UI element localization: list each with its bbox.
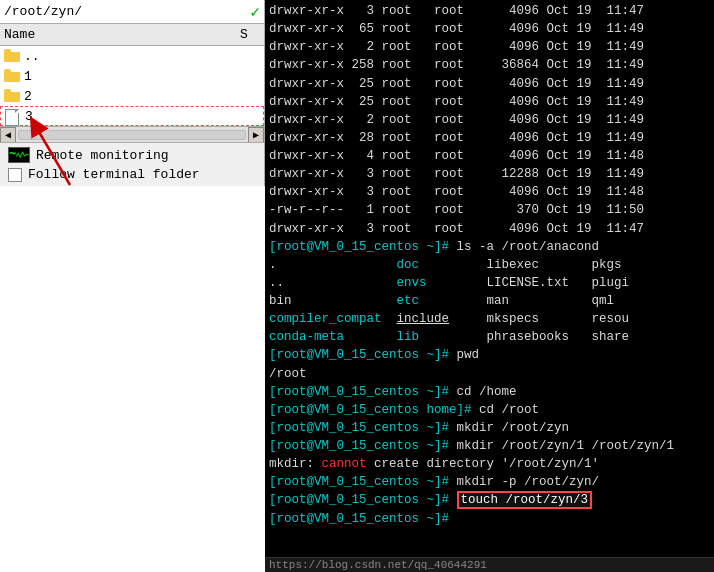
term-line-pwd-cmd: [root@VM_0_15_centos ~]# pwd [269,346,710,364]
file-name-dotdot: .. [24,49,260,64]
scroll-right-button[interactable]: ▶ [248,127,264,143]
term-line: drwxr-xr-x 65 root root 4096 Oct 19 11:4… [269,20,710,38]
term-line-mkdir-1: [root@VM_0_15_centos ~]# mkdir /root/zyn… [269,437,710,455]
follow-folder-label: Follow terminal folder [28,167,200,182]
term-line: drwxr-xr-x 3 root root 4096 Oct 19 11:48 [269,183,710,201]
term-line: bin etc man qml [269,292,710,310]
scrollbar-area[interactable]: ◀ ▶ [0,126,264,142]
folder-icon-dotdot [4,49,20,63]
file-item-2[interactable]: 2 [0,86,264,106]
term-line-pwd-result: /root [269,365,710,383]
file-name-3: 3 [25,109,259,124]
checkbox-row: Follow terminal folder [8,167,256,182]
term-line-mkdir-zyn: [root@VM_0_15_centos ~]# mkdir /root/zyn [269,419,710,437]
term-line: drwxr-xr-x 3 root root 12288 Oct 19 11:4… [269,165,710,183]
bottom-bar: Remote monitoring Follow terminal folder [0,142,264,186]
follow-folder-checkbox[interactable] [8,168,22,182]
term-line-error: mkdir: cannot create directory '/root/zy… [269,455,710,473]
file-name-2: 2 [24,89,260,104]
col-size-header: S [240,27,260,42]
path-text: /root/zyn/ [4,4,246,19]
term-line-cd-root: [root@VM_0_15_centos home]# cd /root [269,401,710,419]
folder-icon-2 [4,89,20,103]
term-line-final: [root@VM_0_15_centos ~]# [269,510,710,528]
file-name-1: 1 [24,69,260,84]
term-line: drwxr-xr-x 25 root root 4096 Oct 19 11:4… [269,93,710,111]
term-line: drwxr-xr-x 28 root root 4096 Oct 19 11:4… [269,129,710,147]
term-line-ls-cmd: [root@VM_0_15_centos ~]# ls -a /root/ana… [269,238,710,256]
monitoring-icon [8,147,30,163]
check-icon: ✓ [250,2,260,22]
term-line: compiler_compat include mkspecs resou [269,310,710,328]
term-line: drwxr-xr-x 25 root root 4096 Oct 19 11:4… [269,75,710,93]
scroll-left-button[interactable]: ◀ [0,127,16,143]
term-line: drwxr-xr-x 3 root root 4096 Oct 19 11:47 [269,2,710,20]
monitoring-label: Remote monitoring [36,148,169,163]
term-line: . doc libexec pkgs [269,256,710,274]
file-item-1[interactable]: 1 [0,66,264,86]
file-list[interactable]: .. 1 2 [0,46,264,126]
left-panel-wrapper: /root/zyn/ ✓ Name S .. [0,0,265,572]
term-line-mkdir-p: [root@VM_0_15_centos ~]# mkdir -p /root/… [269,473,710,491]
left-panel: /root/zyn/ ✓ Name S .. [0,0,265,186]
term-line: -rw-r--r-- 1 root root 370 Oct 19 11:50 [269,201,710,219]
term-line: drwxr-xr-x 2 root root 4096 Oct 19 11:49 [269,38,710,56]
term-line: .. envs LICENSE.txt plugi [269,274,710,292]
folder-icon-1 [4,69,20,83]
file-table-header: Name S [0,24,264,46]
term-line: drwxr-xr-x 3 root root 4096 Oct 19 11:47 [269,220,710,238]
terminal-panel[interactable]: drwxr-xr-x 3 root root 4096 Oct 19 11:47… [265,0,714,572]
term-line: drwxr-xr-x 258 root root 36864 Oct 19 11… [269,56,710,74]
col-name-header: Name [4,27,240,42]
term-line-touch: [root@VM_0_15_centos ~]# touch /root/zyn… [269,491,710,509]
term-line: drwxr-xr-x 2 root root 4096 Oct 19 11:49 [269,111,710,129]
file-item-dotdot[interactable]: .. [0,46,264,66]
main-container: /root/zyn/ ✓ Name S .. [0,0,714,572]
terminal-content: drwxr-xr-x 3 root root 4096 Oct 19 11:47… [265,0,714,557]
term-line: conda-meta lib phrasebooks share [269,328,710,346]
term-line-cd-home: [root@VM_0_15_centos ~]# cd /home [269,383,710,401]
monitoring-row: Remote monitoring [8,147,256,163]
doc-icon-3 [5,109,21,123]
term-line: drwxr-xr-x 4 root root 4096 Oct 19 11:48 [269,147,710,165]
file-item-3[interactable]: 3 [0,106,264,126]
url-bar: https://blog.csdn.net/qq_40644291 [265,557,714,572]
h-scrollbar[interactable] [18,130,246,140]
path-bar: /root/zyn/ ✓ [0,0,264,24]
